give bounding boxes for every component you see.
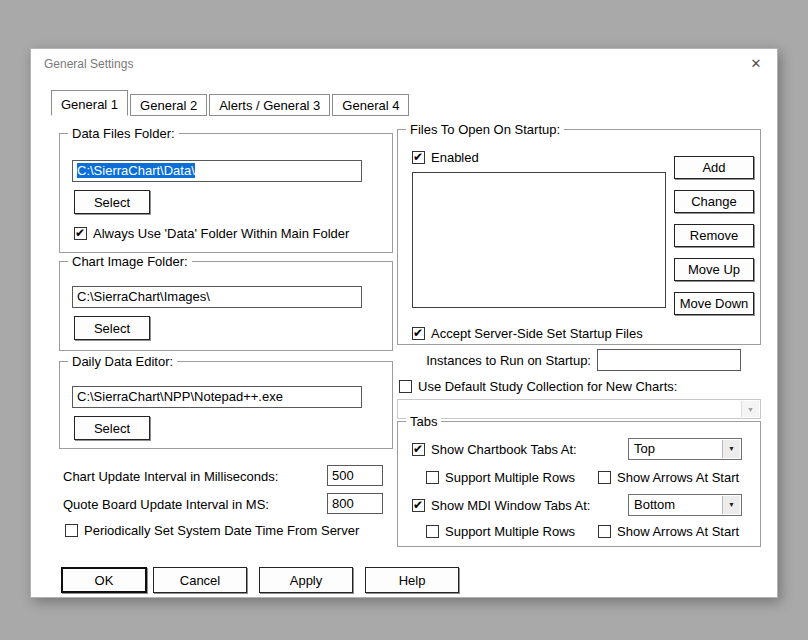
chartbook-support-rows-row: Support Multiple Rows bbox=[426, 470, 575, 484]
group-tabs: Tabs ✔ Show Chartbook Tabs At: Top ▼ Sup… bbox=[397, 421, 761, 547]
quote-board-interval-label: Quote Board Update Interval in MS: bbox=[63, 497, 269, 512]
accept-server-side-label: Accept Server-Side Set Startup Files bbox=[431, 326, 643, 341]
group-files-to-open: Files To Open On Startup: ✔ Enabled Add … bbox=[397, 129, 761, 345]
help-button[interactable]: Help bbox=[365, 567, 459, 593]
data-files-select-button[interactable]: Select bbox=[74, 190, 150, 214]
group-chart-image-folder: Chart Image Folder: C:\SierraChart\Image… bbox=[59, 261, 393, 351]
group-data-files-label: Data Files Folder: bbox=[68, 126, 179, 141]
quote-board-interval-value: 800 bbox=[332, 496, 354, 511]
quote-board-interval-input[interactable]: 800 bbox=[327, 493, 383, 514]
chartbook-arrows-checkbox[interactable] bbox=[598, 471, 611, 484]
periodic-time-checkbox[interactable] bbox=[65, 524, 78, 537]
tab-general-4[interactable]: General 4 bbox=[332, 94, 409, 116]
show-mdi-tabs-row: ✔ Show MDI Window Tabs At: bbox=[412, 498, 590, 512]
cancel-button[interactable]: Cancel bbox=[153, 567, 247, 593]
startup-enabled-checkbox[interactable]: ✔ bbox=[412, 151, 425, 164]
group-files-to-open-label: Files To Open On Startup: bbox=[406, 122, 564, 137]
chart-update-interval-label: Chart Update Interval in Milliseconds: bbox=[63, 469, 278, 484]
group-data-files-folder: Data Files Folder: C:\SierraChart\Data\ … bbox=[59, 133, 393, 253]
startup-enabled-label: Enabled bbox=[431, 150, 479, 165]
show-chartbook-tabs-label: Show Chartbook Tabs At: bbox=[431, 442, 577, 457]
mdi-tabs-position-value: Bottom bbox=[634, 497, 675, 512]
tab-general-1[interactable]: General 1 bbox=[51, 90, 128, 116]
check-icon: ✔ bbox=[413, 150, 423, 164]
check-icon: ✔ bbox=[413, 498, 423, 512]
general-settings-dialog: General Settings ✕ General 1 General 2 A… bbox=[30, 48, 778, 598]
titlebar[interactable]: General Settings ✕ bbox=[31, 49, 777, 79]
daily-data-select-button[interactable]: Select bbox=[74, 416, 150, 440]
chartbook-support-rows-checkbox[interactable] bbox=[426, 471, 439, 484]
study-collection-dropdown[interactable]: ▼ bbox=[397, 399, 761, 419]
chartbook-tabs-position-value: Top bbox=[634, 441, 655, 456]
always-use-data-folder-row: ✔ Always Use 'Data' Folder Within Main F… bbox=[74, 226, 349, 240]
always-use-data-folder-label: Always Use 'Data' Folder Within Main Fol… bbox=[93, 226, 349, 241]
tab-general-2[interactable]: General 2 bbox=[130, 94, 207, 116]
tab-alerts-general-3[interactable]: Alerts / General 3 bbox=[209, 94, 330, 116]
always-use-data-folder-checkbox[interactable]: ✔ bbox=[74, 227, 87, 240]
mdi-arrows-row: Show Arrows At Start bbox=[598, 524, 739, 538]
startup-move-down-button[interactable]: Move Down bbox=[674, 292, 754, 315]
startup-change-button[interactable]: Change bbox=[674, 190, 754, 213]
chartbook-support-rows-label: Support Multiple Rows bbox=[445, 470, 575, 485]
default-study-collection-label: Use Default Study Collection for New Cha… bbox=[418, 379, 677, 394]
group-tabs-label: Tabs bbox=[406, 414, 441, 429]
accept-server-side-checkbox[interactable]: ✔ bbox=[412, 327, 425, 340]
chevron-down-icon[interactable]: ▼ bbox=[722, 496, 740, 514]
chart-update-interval-value: 500 bbox=[332, 468, 354, 483]
periodic-time-row: Periodically Set System Date Time From S… bbox=[65, 523, 359, 537]
chartbook-tabs-position-dropdown[interactable]: Top ▼ bbox=[628, 438, 742, 460]
chart-image-folder-value: C:\SierraChart\Images\ bbox=[77, 289, 210, 304]
check-icon: ✔ bbox=[75, 226, 85, 240]
mdi-arrows-checkbox[interactable] bbox=[598, 525, 611, 538]
startup-add-button[interactable]: Add bbox=[674, 156, 754, 179]
chevron-down-icon[interactable]: ▼ bbox=[741, 401, 759, 417]
chartbook-arrows-row: Show Arrows At Start bbox=[598, 470, 739, 484]
group-daily-data-editor: Daily Data Editor: C:\SierraChart\NPP\No… bbox=[59, 361, 393, 449]
chartbook-arrows-label: Show Arrows At Start bbox=[617, 470, 739, 485]
check-icon: ✔ bbox=[413, 442, 423, 456]
ok-button[interactable]: OK bbox=[61, 567, 147, 593]
startup-enabled-row: ✔ Enabled bbox=[412, 150, 479, 164]
data-files-folder-value: C:\SierraChart\Data\ bbox=[77, 163, 195, 178]
apply-button[interactable]: Apply bbox=[259, 567, 353, 593]
daily-data-editor-value: C:\SierraChart\NPP\Notepad++.exe bbox=[77, 389, 283, 404]
startup-move-up-button[interactable]: Move Up bbox=[674, 258, 754, 281]
show-mdi-tabs-label: Show MDI Window Tabs At: bbox=[431, 498, 590, 513]
default-study-collection-row: Use Default Study Collection for New Cha… bbox=[399, 379, 677, 393]
mdi-support-rows-checkbox[interactable] bbox=[426, 525, 439, 538]
check-icon: ✔ bbox=[413, 326, 423, 340]
periodic-time-label: Periodically Set System Date Time From S… bbox=[84, 523, 359, 538]
tab-strip: General 1 General 2 Alerts / General 3 G… bbox=[51, 89, 411, 116]
window-title: General Settings bbox=[44, 57, 133, 71]
mdi-support-rows-row: Support Multiple Rows bbox=[426, 524, 575, 538]
show-chartbook-tabs-checkbox[interactable]: ✔ bbox=[412, 443, 425, 456]
default-study-collection-checkbox[interactable] bbox=[399, 380, 412, 393]
data-files-folder-input[interactable]: C:\SierraChart\Data\ bbox=[72, 160, 362, 182]
instances-input[interactable] bbox=[597, 349, 741, 371]
group-daily-data-label: Daily Data Editor: bbox=[68, 354, 177, 369]
group-chart-image-label: Chart Image Folder: bbox=[68, 254, 192, 269]
show-chartbook-tabs-row: ✔ Show Chartbook Tabs At: bbox=[412, 442, 577, 456]
instances-label: Instances to Run on Startup: bbox=[399, 353, 591, 368]
chevron-down-icon[interactable]: ▼ bbox=[722, 440, 740, 458]
mdi-arrows-label: Show Arrows At Start bbox=[617, 524, 739, 539]
close-icon[interactable]: ✕ bbox=[745, 53, 767, 75]
startup-files-listbox[interactable] bbox=[412, 172, 666, 308]
mdi-support-rows-label: Support Multiple Rows bbox=[445, 524, 575, 539]
chart-image-select-button[interactable]: Select bbox=[74, 316, 150, 340]
show-mdi-tabs-checkbox[interactable]: ✔ bbox=[412, 499, 425, 512]
startup-remove-button[interactable]: Remove bbox=[674, 224, 754, 247]
daily-data-editor-input[interactable]: C:\SierraChart\NPP\Notepad++.exe bbox=[72, 386, 362, 408]
chart-update-interval-input[interactable]: 500 bbox=[327, 465, 383, 486]
accept-server-side-row: ✔ Accept Server-Side Set Startup Files bbox=[412, 326, 643, 340]
chart-image-folder-input[interactable]: C:\SierraChart\Images\ bbox=[72, 286, 362, 308]
mdi-tabs-position-dropdown[interactable]: Bottom ▼ bbox=[628, 494, 742, 516]
